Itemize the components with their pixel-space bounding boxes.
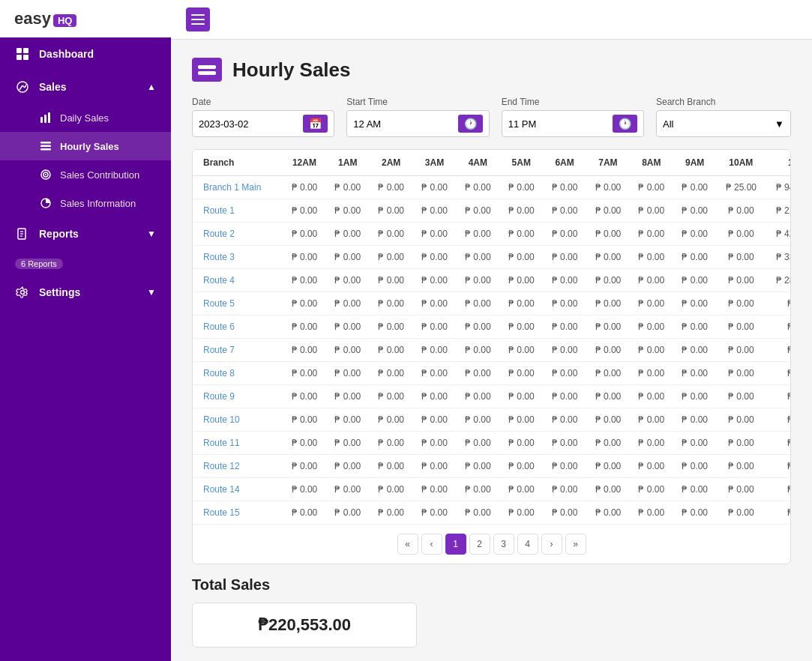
cell-branch[interactable]: Route 5 — [193, 292, 283, 316]
cell-value: ₱ 28,988.00 — [766, 269, 790, 292]
filters-bar: Date 📅 Start Time 🕐 End Time 🕐 — [192, 97, 791, 137]
cell-branch[interactable]: Route 15 — [193, 501, 283, 525]
cell-value: ₱ 0.00 — [630, 176, 673, 199]
cell-value: ₱ 0.00 — [673, 408, 717, 432]
cell-value: ₱ 0.00 — [586, 199, 630, 223]
col-6am: 6AM — [543, 150, 586, 176]
start-time-picker-button[interactable]: 🕐 — [458, 115, 483, 133]
cell-branch[interactable]: Route 12 — [193, 455, 283, 478]
branch-filter-group: Search Branch All ▼ — [656, 97, 791, 137]
branch-select-value: All — [663, 118, 673, 130]
cell-value: ₱ 0.00 — [543, 501, 586, 525]
date-input-wrapper: 📅 — [192, 110, 334, 137]
cell-value: ₱ 0.00 — [283, 199, 326, 223]
page-next-button[interactable]: › — [541, 534, 562, 555]
cell-value: ₱ 0.00 — [370, 432, 413, 455]
cell-branch[interactable]: Route 14 — [193, 478, 283, 501]
cell-value: ₱ 0.00 — [673, 385, 717, 408]
sidebar: easyHQ Dashboard Sales ▲ — [0, 0, 171, 661]
svg-rect-3 — [23, 55, 28, 60]
cell-value: ₱ 0.00 — [370, 199, 413, 223]
page-content: Hourly Sales Date 📅 Start Time 🕐 End Tim… — [171, 40, 812, 661]
table-row: Route 14₱ 0.00₱ 0.00₱ 0.00₱ 0.00₱ 0.00₱ … — [193, 478, 790, 501]
page-last-button[interactable]: » — [565, 534, 586, 555]
sidebar-item-reports[interactable]: Reports ▼ — [0, 217, 171, 250]
cell-branch[interactable]: Route 1 — [193, 199, 283, 223]
cell-value: ₱ 0.00 — [326, 478, 370, 501]
page-3-button[interactable]: 3 — [493, 534, 514, 555]
end-time-input[interactable] — [508, 118, 610, 130]
end-time-picker-button[interactable]: 🕐 — [613, 115, 637, 133]
cell-value: ₱ 0.00 — [499, 408, 543, 432]
table-row: Route 5₱ 0.00₱ 0.00₱ 0.00₱ 0.00₱ 0.00₱ 0… — [193, 292, 790, 316]
table-row: Route 9₱ 0.00₱ 0.00₱ 0.00₱ 0.00₱ 0.00₱ 0… — [193, 385, 790, 408]
table-scroll-area[interactable]: Branch 12AM 1AM 2AM 3AM 4AM 5AM 6AM 7AM … — [193, 150, 790, 525]
cell-value: ₱ 0.00 — [717, 269, 766, 292]
cell-value: ₱ 0.00 — [717, 362, 766, 385]
cell-branch[interactable]: Route 10 — [193, 408, 283, 432]
cell-branch[interactable]: Route 9 — [193, 385, 283, 408]
branch-label: Search Branch — [656, 97, 791, 107]
cell-value: ₱ 0.00 — [766, 432, 790, 455]
page-1-button[interactable]: 1 — [445, 534, 466, 555]
page-2-button[interactable]: 2 — [469, 534, 490, 555]
cell-value: ₱ 0.00 — [326, 176, 370, 199]
chevron-down-icon: ▼ — [147, 287, 156, 298]
cell-value: ₱ 0.00 — [586, 362, 630, 385]
col-branch: Branch — [193, 150, 283, 176]
page-prev-button[interactable]: ‹ — [421, 534, 442, 555]
cell-value: ₱ 0.00 — [499, 223, 543, 246]
page-first-button[interactable]: « — [397, 534, 418, 555]
col-2am: 2AM — [370, 150, 413, 176]
cell-value: ₱ 0.00 — [543, 246, 586, 269]
cell-branch[interactable]: Route 2 — [193, 223, 283, 246]
cell-branch[interactable]: Route 3 — [193, 246, 283, 269]
cell-value: ₱ 0.00 — [543, 478, 586, 501]
cell-value: ₱ 33,093.00 — [766, 246, 790, 269]
date-picker-button[interactable]: 📅 — [303, 115, 328, 133]
cell-value: ₱ 0.00 — [326, 246, 370, 269]
sidebar-item-daily-sales[interactable]: Daily Sales — [0, 103, 171, 132]
sidebar-item-hourly-sales[interactable]: Hourly Sales — [0, 132, 171, 160]
page-header: Hourly Sales — [192, 58, 791, 82]
total-sales-value: ₱220,553.00 — [258, 615, 351, 635]
cell-branch[interactable]: Route 8 — [193, 362, 283, 385]
cell-value: ₱ 0.00 — [717, 385, 766, 408]
cell-value: ₱ 0.00 — [543, 316, 586, 339]
date-input[interactable] — [199, 118, 300, 130]
cell-value: ₱ 0.00 — [630, 269, 673, 292]
cell-value: ₱ 0.00 — [456, 362, 499, 385]
svg-line-5 — [19, 85, 22, 90]
cell-value: ₱ 0.00 — [543, 269, 586, 292]
cell-branch[interactable]: Route 6 — [193, 316, 283, 339]
cell-value: ₱ 0.00 — [630, 385, 673, 408]
cell-branch[interactable]: Branch 1 Main — [193, 176, 283, 199]
svg-rect-11 — [40, 142, 51, 144]
branch-select[interactable]: All ▼ — [656, 110, 791, 137]
cell-value: ₱ 0.00 — [630, 292, 673, 316]
sidebar-item-dashboard[interactable]: Dashboard — [0, 37, 171, 70]
cell-value: ₱ 0.00 — [456, 223, 499, 246]
sidebar-item-sales-contribution[interactable]: Sales Contribution — [0, 160, 171, 189]
col-9am: 9AM — [673, 150, 717, 176]
cell-value: ₱ 0.00 — [586, 455, 630, 478]
sidebar-item-settings[interactable]: Settings ▼ — [0, 276, 171, 309]
menu-button[interactable] — [186, 7, 210, 31]
cell-value: ₱ 0.00 — [630, 501, 673, 525]
table-header-row: Branch 12AM 1AM 2AM 3AM 4AM 5AM 6AM 7AM … — [193, 150, 790, 176]
page-4-button[interactable]: 4 — [517, 534, 538, 555]
cell-value: ₱ 0.00 — [283, 432, 326, 455]
cell-value: ₱ 0.00 — [673, 176, 717, 199]
cell-value: ₱ 0.00 — [456, 199, 499, 223]
sidebar-item-sales[interactable]: Sales ▲ — [0, 70, 171, 103]
start-time-input[interactable] — [353, 118, 454, 130]
cell-branch[interactable]: Route 4 — [193, 269, 283, 292]
cell-value: ₱ 0.00 — [499, 339, 543, 362]
sidebar-item-sales-information[interactable]: Sales Information — [0, 189, 171, 217]
cell-branch[interactable]: Route 7 — [193, 339, 283, 362]
col-8am: 8AM — [630, 150, 673, 176]
cell-value: ₱ 0.00 — [456, 432, 499, 455]
sales-table-container: Branch 12AM 1AM 2AM 3AM 4AM 5AM 6AM 7AM … — [192, 149, 791, 564]
end-time-label: End Time — [502, 97, 644, 107]
cell-branch[interactable]: Route 11 — [193, 432, 283, 455]
